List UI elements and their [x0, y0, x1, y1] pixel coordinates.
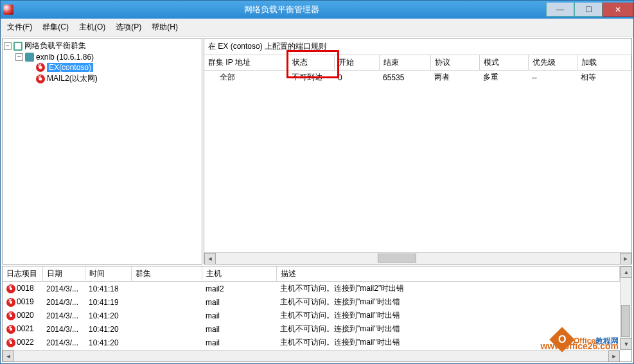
- cell-log-host: mail: [202, 295, 276, 309]
- rules-row[interactable]: 全部 不可到达 0 65535 两者 多重 -- 相等: [204, 71, 631, 85]
- cell-log-host: mail: [202, 309, 276, 322]
- cell-log-desc: 主机不可访问。连接到"mail2"时出错: [276, 282, 620, 296]
- log-table[interactable]: 日志项目 日期 时间 群集 主机 描述 00182014/3/...10:41:…: [3, 266, 620, 350]
- cell-log-cluster: [131, 309, 202, 322]
- log-row[interactable]: 00202014/3/...10:41:20mail主机不可访问。连接到"mai…: [3, 309, 620, 322]
- scroll-thumb[interactable]: [378, 254, 416, 263]
- col-log-time[interactable]: 时间: [85, 266, 131, 282]
- col-mode[interactable]: 模式: [479, 55, 528, 71]
- window-title: 网络负载平衡管理器: [17, 4, 546, 15]
- collapse-icon[interactable]: −: [4, 42, 12, 50]
- cell-log-cluster: [131, 322, 202, 336]
- scroll-track[interactable]: [14, 351, 608, 361]
- menu-host[interactable]: 主机(O): [75, 20, 109, 35]
- cell-log-cluster: [131, 295, 202, 309]
- col-load[interactable]: 加载: [577, 55, 631, 71]
- tree-host-mail2[interactable]: MAIL2(以太网): [4, 73, 200, 85]
- error-icon: [6, 325, 15, 334]
- rules-header-row: 群集 IP 地址 状态 开始 结束 协议 模式 优先级 加载: [204, 55, 631, 71]
- menu-options[interactable]: 选项(P): [112, 20, 145, 35]
- menu-help[interactable]: 帮助(H): [148, 20, 182, 35]
- col-log-date[interactable]: 日期: [42, 266, 85, 282]
- error-icon: [6, 298, 15, 307]
- scroll-thumb[interactable]: [621, 305, 630, 337]
- cell-cluster-ip: 全部: [204, 71, 288, 85]
- cell-end: 65535: [379, 71, 430, 85]
- cell-log-desc: 主机不可访问。连接到"mail"时出错: [276, 295, 620, 309]
- log-h-scrollbar[interactable]: ◄ ►: [3, 350, 620, 361]
- cell-log-date: 2014/3/...: [42, 309, 85, 322]
- rules-table[interactable]: 群集 IP 地址 状态 开始 结束 协议 模式 优先级 加载 全部 不可到达 0…: [204, 55, 631, 252]
- tree-root-label: 网络负载平衡群集: [24, 40, 86, 51]
- col-log-item[interactable]: 日志项目: [3, 266, 42, 282]
- col-protocol[interactable]: 协议: [430, 55, 479, 71]
- cell-log-date: 2014/3/...: [42, 322, 85, 336]
- menu-bar: 文件(F) 群集(C) 主机(O) 选项(P) 帮助(H): [1, 19, 633, 37]
- cell-log-time: 10:41:20: [85, 322, 131, 336]
- tree-host-ex[interactable]: EX(contoso): [4, 62, 200, 73]
- rules-title: 在 EX (contoso) 上配置的端口规则: [204, 39, 631, 55]
- scroll-track[interactable]: [216, 253, 620, 264]
- log-row[interactable]: 00222014/3/...10:41:20mail主机不可访问。连接到"mai…: [3, 336, 620, 349]
- rules-h-scrollbar[interactable]: ◄ ►: [204, 252, 631, 264]
- scroll-right-icon[interactable]: ►: [620, 253, 631, 264]
- log-row[interactable]: 00182014/3/...10:41:18mail2主机不可访问。连接到"ma…: [3, 282, 620, 296]
- scroll-up-icon[interactable]: ▲: [621, 266, 632, 278]
- server-icon: [25, 53, 34, 62]
- scroll-left-icon[interactable]: ◄: [3, 351, 14, 362]
- cell-log-cluster: [131, 336, 202, 349]
- title-bar: 网络负载平衡管理器 — ☐ ✕: [1, 1, 633, 19]
- cell-log-date: 2014/3/...: [42, 282, 85, 296]
- cell-log-host: mail: [202, 336, 276, 349]
- cell-mode: 多重: [479, 71, 528, 85]
- col-cluster-ip[interactable]: 群集 IP 地址: [204, 55, 288, 71]
- cell-log-desc: 主机不可访问。连接到"mail"时出错: [276, 322, 620, 336]
- log-row[interactable]: 00212014/3/...10:41:20mail主机不可访问。连接到"mai…: [3, 322, 620, 336]
- log-header-row: 日志项目 日期 时间 群集 主机 描述: [3, 266, 620, 282]
- tree-panel[interactable]: − 网络负载平衡群集 − exnlb (10.6.1.86) EX(contos…: [2, 38, 202, 264]
- cell-log-cluster: [131, 282, 202, 296]
- col-log-host[interactable]: 主机: [202, 266, 276, 282]
- col-end[interactable]: 结束: [379, 55, 430, 71]
- cell-status: 不可到达: [288, 71, 334, 85]
- maximize-button[interactable]: ☐: [574, 3, 603, 17]
- error-icon: [6, 284, 15, 293]
- cell-priority: --: [528, 71, 577, 85]
- cell-log-host: mail2: [202, 282, 276, 296]
- scroll-left-icon[interactable]: ◄: [204, 253, 216, 264]
- tree-host-mail2-label: MAIL2(以太网): [47, 73, 98, 84]
- scroll-track[interactable]: [621, 278, 631, 338]
- scroll-right-icon[interactable]: ►: [608, 351, 620, 362]
- col-status[interactable]: 状态: [288, 55, 334, 71]
- scroll-down-icon[interactable]: ▼: [621, 338, 632, 350]
- error-icon: [36, 63, 45, 72]
- main-area: − 网络负载平衡群集 − exnlb (10.6.1.86) EX(contos…: [1, 37, 633, 266]
- minimize-button[interactable]: —: [546, 3, 574, 17]
- error-icon: [6, 311, 15, 320]
- cell-log-time: 10:41:19: [85, 295, 131, 309]
- log-v-scrollbar[interactable]: ▲ ▼: [620, 266, 631, 350]
- window-controls: — ☐ ✕: [546, 3, 633, 17]
- collapse-icon[interactable]: −: [15, 53, 23, 61]
- col-priority[interactable]: 优先级: [528, 55, 577, 71]
- error-icon: [36, 74, 45, 83]
- cell-log-id: 0021: [3, 322, 42, 336]
- tree-cluster-label: exnlb (10.6.1.86): [36, 53, 94, 62]
- menu-file[interactable]: 文件(F): [3, 20, 36, 35]
- app-icon: [3, 4, 13, 15]
- menu-cluster[interactable]: 群集(C): [39, 20, 73, 35]
- log-row[interactable]: 00192014/3/...10:41:19mail主机不可访问。连接到"mai…: [3, 295, 620, 309]
- close-button[interactable]: ✕: [603, 3, 633, 17]
- tree-cluster[interactable]: − exnlb (10.6.1.86): [4, 52, 200, 62]
- col-start[interactable]: 开始: [334, 55, 379, 71]
- cell-log-time: 10:41:20: [85, 336, 131, 349]
- cell-log-desc: 主机不可访问。连接到"mail"时出错: [276, 336, 620, 349]
- cell-log-date: 2014/3/...: [42, 295, 85, 309]
- cell-log-desc: 主机不可访问。连接到"mail"时出错: [276, 309, 620, 322]
- col-log-desc[interactable]: 描述: [276, 266, 620, 282]
- cell-start: 0: [334, 71, 379, 85]
- col-log-cluster[interactable]: 群集: [131, 266, 202, 282]
- tree-root[interactable]: − 网络负载平衡群集: [4, 40, 200, 52]
- cell-log-id: 0022: [3, 336, 42, 349]
- tree-host-ex-label: EX(contoso): [47, 63, 93, 72]
